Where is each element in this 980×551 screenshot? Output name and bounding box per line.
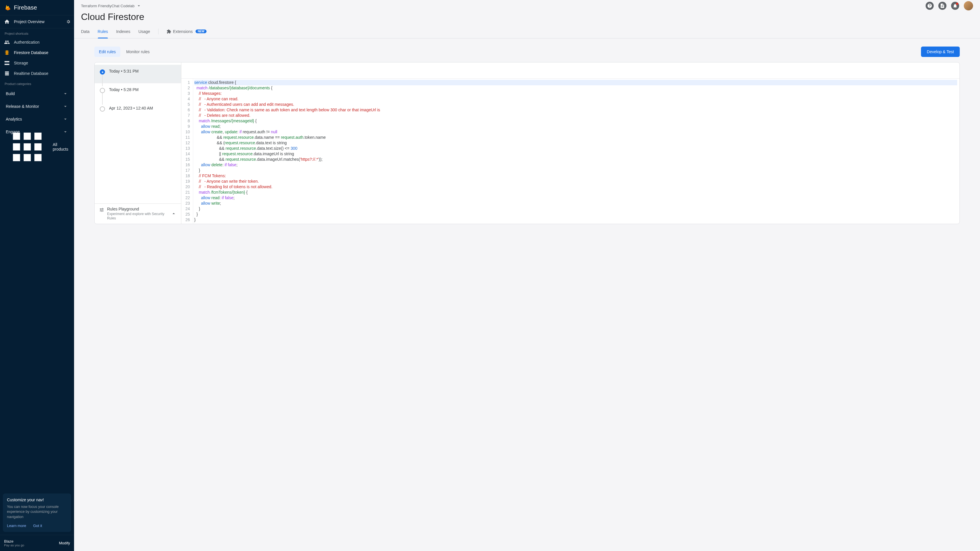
bell-icon (953, 3, 958, 8)
rules-history-pane: Today • 5:31 PMToday • 5:28 PMApr 12, 20… (95, 62, 181, 224)
rules-editor: 1234567891011121314151617181920212223242… (181, 62, 959, 224)
code-line[interactable]: && request.resource.data.text.size() <= … (194, 146, 957, 151)
history-item[interactable]: Apr 12, 2023 • 12:40 AM (95, 102, 181, 120)
code-line[interactable]: } (194, 168, 957, 173)
edit-rules-tab[interactable]: Edit rules (94, 46, 120, 57)
code-line[interactable]: allow read: if false; (194, 195, 957, 201)
history-dot-icon (100, 88, 105, 93)
help-button[interactable] (926, 2, 934, 10)
sidebar-category-build[interactable]: Build (2, 87, 72, 100)
monitor-rules-tab[interactable]: Monitor rules (121, 46, 154, 57)
chevron-down-icon (62, 116, 68, 122)
sidebar-category-analytics[interactable]: Analytics (2, 113, 72, 125)
code-line[interactable]: } (194, 206, 957, 211)
sidebar-shortcut-firestore-database[interactable]: Firestore Database (0, 48, 71, 58)
editor-header (181, 62, 959, 79)
develop-test-button[interactable]: Develop & Test (921, 46, 960, 57)
plan-modify-button[interactable]: Modify (59, 541, 70, 545)
code-line[interactable]: } (194, 217, 957, 222)
chevron-up-icon (171, 211, 177, 216)
code-line[interactable]: match /fcmTokens/{token} { (194, 190, 957, 195)
code-line[interactable]: allow read; (194, 124, 957, 129)
tab-data[interactable]: Data (81, 25, 90, 38)
category-label: Analytics (6, 117, 22, 121)
dropdown-arrow-icon (136, 3, 142, 8)
main-area: Terraform FriendlyChat Codelab Cloud Fir… (74, 0, 980, 551)
code-line[interactable]: && request.resource.data.name == request… (194, 135, 957, 140)
tab-rules[interactable]: Rules (98, 25, 108, 38)
nav-card-learn-more-link[interactable]: Learn more (7, 524, 26, 528)
shortcuts-section-label: Project shortcuts (0, 29, 74, 37)
sidebar: Firebase Project Overview Project shortc… (0, 0, 74, 551)
code-line[interactable]: // Messages: (194, 91, 957, 96)
sidebar-shortcut-authentication[interactable]: Authentication (0, 37, 71, 48)
firestore-tabs: DataRulesIndexesUsage Extensions NEW (74, 25, 980, 38)
tune-icon (99, 207, 104, 213)
history-item[interactable]: Today • 5:28 PM (95, 83, 181, 102)
plan-name: Blaze (4, 539, 24, 543)
page-title: Cloud Firestore (74, 11, 980, 25)
code-line[interactable]: && request.resource.data.imageUrl.matche… (194, 157, 957, 162)
code-lines[interactable]: service cloud.firestore { match /databas… (193, 79, 959, 224)
docs-button[interactable] (939, 2, 947, 10)
topbar: Terraform FriendlyChat Codelab (74, 0, 980, 11)
history-item[interactable]: Today • 5:31 PM (95, 65, 181, 83)
line-gutter: 1234567891011121314151617181920212223242… (181, 79, 193, 224)
code-line[interactable]: // - Validation: Check name is same as a… (194, 107, 957, 113)
category-label: Build (6, 91, 15, 96)
rules-content: Edit rules Monitor rules Develop & Test … (74, 38, 980, 551)
tab-usage[interactable]: Usage (138, 25, 150, 38)
sidebar-shortcut-storage[interactable]: Storage (0, 58, 71, 68)
authentication-icon (4, 39, 10, 45)
code-line[interactable]: // - Reading list of tokens is not allow… (194, 184, 957, 190)
code-line[interactable]: allow delete: if false; (194, 162, 957, 168)
nav-card-got-it-link[interactable]: Got it (33, 524, 42, 528)
code-line[interactable]: // - Anyone can write their token. (194, 179, 957, 184)
tab-indexes[interactable]: Indexes (116, 25, 130, 38)
realtime-db-icon (4, 70, 10, 76)
code-line[interactable]: // - Anyone can read. (194, 96, 957, 102)
extensions-icon (167, 29, 171, 34)
code-line[interactable]: // FCM Tokens: (194, 173, 957, 179)
code-line[interactable]: match /messages/{messageId} { (194, 118, 957, 124)
sidebar-shortcut-realtime-database[interactable]: Realtime Database (0, 68, 71, 79)
code-line[interactable]: // - Deletes are not allowed. (194, 113, 957, 118)
playground-sub: Experiment and explore with Security Rul… (107, 212, 171, 221)
user-avatar[interactable] (964, 1, 973, 10)
notifications-button[interactable] (951, 2, 959, 10)
all-products-label: All products (52, 142, 68, 151)
history-timestamp: Today • 5:31 PM (109, 69, 138, 73)
playground-title: Rules Playground (107, 207, 171, 211)
project-name: Terraform FriendlyChat Codelab (81, 4, 135, 8)
history-timestamp: Today • 5:28 PM (109, 87, 138, 92)
all-products-link[interactable]: All products (2, 140, 72, 153)
rules-toolbar: Edit rules Monitor rules Develop & Test (94, 46, 960, 57)
chevron-down-icon (62, 129, 68, 135)
sidebar-category-release-monitor[interactable]: Release & Monitor (2, 100, 72, 113)
billing-plan-row: Blaze Pay as you go Modify (0, 535, 74, 551)
plan-sub: Pay as you go (4, 543, 24, 547)
category-label: Release & Monitor (6, 104, 39, 109)
nav-card-title: Customize your nav! (7, 497, 67, 502)
code-line[interactable]: && (request.resource.data.text is string (194, 140, 957, 146)
code-line[interactable]: service cloud.firestore { (194, 80, 957, 85)
code-line[interactable]: allow create, update: if request.auth !=… (194, 129, 957, 135)
code-line[interactable]: || request.resource.data.imageUrl is str… (194, 151, 957, 157)
history-dot-icon (100, 69, 105, 75)
categories-section-label: Product categories (0, 79, 74, 87)
settings-gear-icon[interactable] (66, 19, 72, 25)
help-icon (927, 3, 932, 8)
rules-playground-toggle[interactable]: Rules Playground Experiment and explore … (95, 203, 181, 224)
project-overview-link[interactable]: Project Overview (2, 19, 45, 25)
code-line[interactable]: allow write; (194, 201, 957, 206)
history-dot-icon (100, 106, 105, 111)
project-selector-dropdown[interactable]: Terraform FriendlyChat Codelab (81, 3, 142, 8)
code-area[interactable]: 1234567891011121314151617181920212223242… (181, 79, 959, 224)
firebase-brand[interactable]: Firebase (0, 0, 74, 15)
tab-separator (158, 29, 159, 34)
code-line[interactable]: } (194, 211, 957, 217)
tab-extensions[interactable]: Extensions NEW (167, 25, 207, 38)
code-line[interactable]: match /databases/{database}/documents { (194, 85, 957, 91)
code-line[interactable]: // - Authenticated users can add and edi… (194, 102, 957, 107)
sidebar-item-label: Firestore Database (14, 50, 67, 55)
